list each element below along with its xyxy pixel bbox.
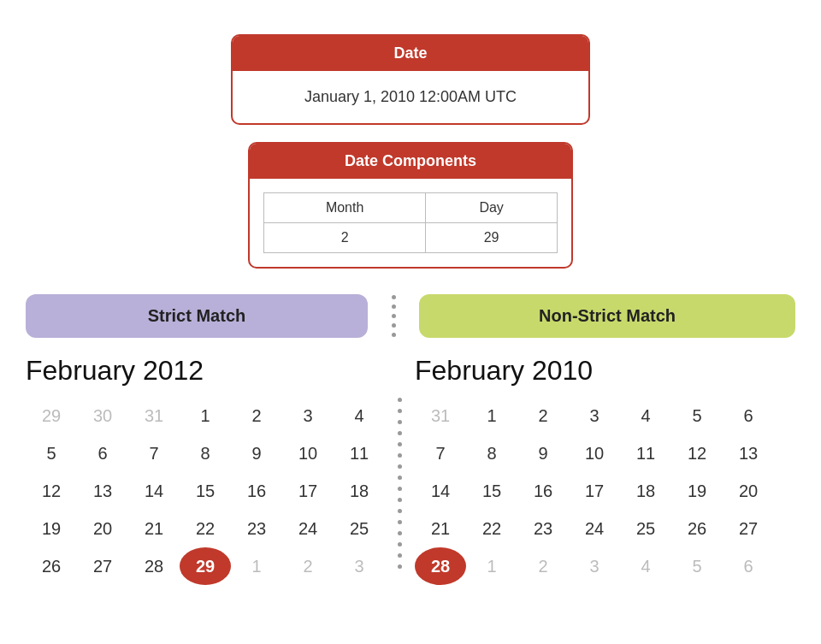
- calendar-cell: 19: [26, 510, 77, 547]
- calendar-cell: 30: [77, 397, 128, 434]
- non-strict-match-calendar-grid: 3112345678910111213141516171819202122232…: [415, 397, 774, 585]
- calendar-cell: 31: [415, 397, 466, 434]
- calendar-cell: 29: [26, 397, 77, 434]
- calendar-cell: 8: [466, 434, 517, 472]
- calendar-cell: 11: [334, 434, 385, 472]
- calendar-cell: 2: [231, 397, 282, 434]
- calendar-cell: 6: [77, 434, 128, 472]
- calendar-cell: 22: [180, 510, 231, 547]
- calendar-cell: 10: [569, 434, 620, 472]
- calendar-cell: 1: [466, 397, 517, 434]
- calendar-cell: 15: [466, 472, 517, 510]
- dot: [398, 398, 402, 402]
- calendar-cell: 12: [26, 472, 77, 510]
- dot: [398, 520, 402, 524]
- dot: [398, 442, 402, 446]
- calendars-row: February 2012 29303112345678910111213141…: [17, 355, 804, 585]
- calendar-cell: 22: [466, 510, 517, 547]
- calendar-cell: 18: [334, 472, 385, 510]
- calendar-cell: 20: [77, 510, 128, 547]
- calendar-cell: 16: [517, 472, 569, 510]
- calendar-cell: 5: [26, 434, 77, 472]
- strict-match-calendar-grid: 2930311234567891011121314151617181920212…: [26, 397, 385, 585]
- calendar-cell: 11: [620, 434, 671, 472]
- calendar-cell: 14: [415, 472, 466, 510]
- dot: [398, 564, 402, 569]
- calendar-cell: 27: [77, 547, 128, 585]
- dot: [392, 314, 396, 318]
- dot: [398, 553, 402, 558]
- dot: [398, 498, 402, 502]
- month-column-header: Month: [264, 193, 426, 223]
- calendar-cell: 24: [282, 510, 334, 547]
- calendar-cell: 6: [723, 397, 774, 434]
- dot: [398, 476, 402, 480]
- calendar-cell: 9: [517, 434, 569, 472]
- calendar-cell: 3: [569, 547, 620, 585]
- calendar-cell: 7: [128, 434, 180, 472]
- calendar-cell: 31: [128, 397, 180, 434]
- calendar-divider: [385, 355, 415, 569]
- month-value: 2: [264, 223, 426, 253]
- components-card-header: Date Components: [250, 144, 571, 179]
- non-strict-match-calendar-title: February 2010: [415, 355, 774, 387]
- calendar-cell: 24: [569, 510, 620, 547]
- calendar-cell: 4: [620, 397, 671, 434]
- calendar-cell: 8: [180, 434, 231, 472]
- strict-match-calendar: February 2012 29303112345678910111213141…: [26, 355, 385, 585]
- calendar-cell: 1: [231, 547, 282, 585]
- calendar-cell: 23: [231, 510, 282, 547]
- date-card-value: January 1, 2010 12:00AM UTC: [233, 71, 588, 123]
- calendar-cell: 26: [26, 547, 77, 585]
- dot: [398, 531, 402, 535]
- calendar-cell: 16: [231, 472, 282, 510]
- calendar-cell: 4: [334, 397, 385, 434]
- calendar-cell: 2: [517, 397, 569, 434]
- calendar-cell: 3: [282, 397, 334, 434]
- calendar-cell: 1: [466, 547, 517, 585]
- calendar-cell: 28: [128, 547, 180, 585]
- calendar-cell: 2: [517, 547, 569, 585]
- calendar-cell: 23: [517, 510, 569, 547]
- dot: [392, 333, 396, 337]
- calendar-cell: 20: [723, 472, 774, 510]
- dot: [398, 542, 402, 547]
- strict-match-label: Strict Match: [26, 294, 368, 338]
- non-strict-match-label: Non-Strict Match: [419, 294, 795, 338]
- calendar-cell: 28: [415, 547, 466, 585]
- calendar-cell: 17: [282, 472, 334, 510]
- components-card: Date Components Month Day 2 29: [248, 142, 573, 269]
- dot: [398, 453, 402, 458]
- calendar-cell: 12: [671, 434, 723, 472]
- date-card-header: Date: [233, 36, 588, 71]
- dot: [398, 509, 402, 513]
- match-labels-row: Strict Match Non-Strict Match: [17, 294, 804, 338]
- calendar-cell: 14: [128, 472, 180, 510]
- dot: [398, 420, 402, 424]
- calendar-cell: 25: [334, 510, 385, 547]
- calendar-cell: 5: [671, 547, 723, 585]
- calendar-cell: 5: [671, 397, 723, 434]
- day-value: 29: [426, 223, 558, 253]
- non-strict-match-calendar: February 2010 31123456789101112131415161…: [415, 355, 774, 585]
- calendar-cell: 2: [282, 547, 334, 585]
- dot: [392, 323, 396, 328]
- calendar-cell: 21: [128, 510, 180, 547]
- calendar-cell: 3: [334, 547, 385, 585]
- calendar-cell: 1: [180, 397, 231, 434]
- dot: [398, 431, 402, 435]
- calendar-cell: 13: [723, 434, 774, 472]
- day-column-header: Day: [426, 193, 558, 223]
- calendar-cell: 7: [415, 434, 466, 472]
- calendar-cell: 21: [415, 510, 466, 547]
- calendar-cell: 19: [671, 472, 723, 510]
- calendar-cell: 9: [231, 434, 282, 472]
- calendar-cell: 13: [77, 472, 128, 510]
- date-card: Date January 1, 2010 12:00AM UTC: [231, 34, 590, 125]
- dot: [392, 295, 396, 299]
- calendar-cell: 15: [180, 472, 231, 510]
- dot: [398, 464, 402, 469]
- calendar-cell: 26: [671, 510, 723, 547]
- strict-match-calendar-title: February 2012: [26, 355, 385, 387]
- calendar-cell: 6: [723, 547, 774, 585]
